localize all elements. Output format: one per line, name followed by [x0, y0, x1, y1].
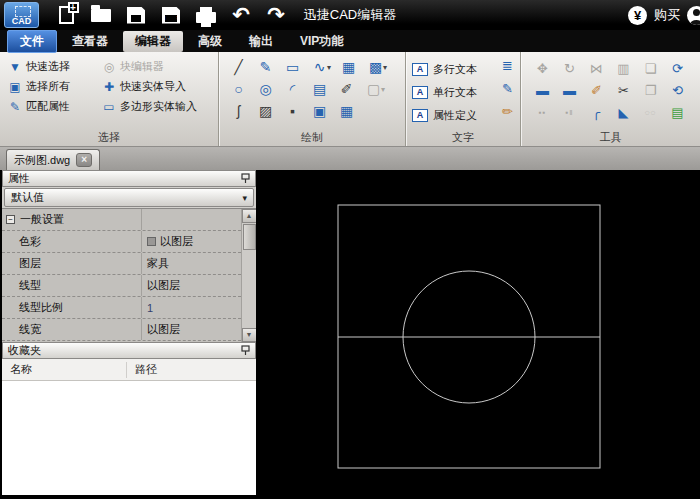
menu-advanced[interactable]: 高级 [186, 31, 234, 52]
property-label: 线型 [19, 278, 41, 293]
point-tool[interactable]: ▪ [279, 101, 306, 121]
quick-entity-import-label: 快速实体导入 [120, 79, 186, 94]
array-tool: ▪▪ [529, 108, 556, 117]
buy-button[interactable]: 购买 [654, 6, 680, 24]
drawing-svg [256, 170, 698, 499]
region-dropdown-icon: ▾ [381, 85, 389, 94]
property-value: 家具 [147, 256, 169, 271]
print-button[interactable] [193, 3, 219, 27]
menu-editor[interactable]: 编辑器 [123, 31, 183, 52]
undo-button[interactable]: ↶ [228, 3, 254, 27]
boundary-dropdown-icon[interactable]: ▾ [383, 63, 391, 72]
block-tool: ▥ [610, 61, 637, 76]
save-pdf-icon: PDF [162, 7, 180, 24]
scroll-down-icon[interactable]: ▼ [242, 328, 257, 342]
paste-tool[interactable]: ⟲ [664, 83, 691, 98]
property-row-color: 色彩 以图层 [2, 231, 241, 253]
ellipse-tool[interactable]: ◎ [252, 79, 279, 99]
polyline-dropdown-icon[interactable]: ▾ [327, 63, 335, 72]
tab-document[interactable]: 示例图.dwg × [6, 149, 100, 170]
table-tool[interactable]: ▦ [333, 101, 360, 121]
save-button[interactable] [123, 3, 149, 27]
ribbon-section-draw: ╱ ✎ ▭ ∿▾ ▦ ▩▾ ○ ◎ ◜ ▤ ✐ ▢▾ ʃ ▨ ▪ ▣ ▦ 绘制 [219, 52, 406, 146]
spline-tool[interactable]: ʃ [225, 101, 252, 121]
select-all-button[interactable]: ▣选择所有 [8, 79, 102, 94]
block-library-tool[interactable]: ▤ [664, 105, 691, 120]
group-tool: ◌◌ [637, 108, 664, 117]
properties-panel-header: 属性 [2, 170, 256, 187]
insert-block-tool[interactable]: ▦ [335, 57, 362, 77]
favorites-name-column[interactable]: 名称 [2, 362, 127, 378]
scroll-thumb[interactable] [243, 224, 256, 250]
section-label-draw: 绘制 [219, 130, 405, 145]
offset-tool: ▪‖ [556, 108, 583, 117]
menu-output[interactable]: 输出 [237, 31, 285, 52]
block-attribute-tool[interactable]: ▤ [306, 79, 333, 99]
pdf-label: PDF [165, 15, 177, 22]
chamfer-tool[interactable]: ◣ [610, 105, 637, 120]
property-value: 1 [147, 302, 153, 314]
viewport-tool[interactable]: ▬ [529, 83, 556, 98]
app-logo-label: CAD [12, 16, 32, 26]
preset-dropdown[interactable]: 默认值 ▾ [4, 188, 254, 207]
print-icon [196, 12, 216, 23]
favorites-path-column[interactable]: 路径 [127, 362, 157, 377]
trim-tool[interactable]: ✂ [610, 83, 637, 98]
freehand-tool[interactable]: ✎ [252, 57, 279, 77]
multiline-text-icon: A [412, 63, 428, 76]
hatch-tool[interactable]: ▨ [252, 101, 279, 121]
menu-vip[interactable]: VIP功能 [288, 31, 355, 52]
section-label-select: 选择 [0, 130, 218, 145]
yen-icon: ¥ [628, 6, 647, 25]
block-editor-icon: ◎ [102, 60, 116, 74]
favorites-list[interactable] [2, 381, 256, 495]
property-label: 线宽 [19, 322, 41, 337]
copy-stack-tool: ❐ [637, 83, 664, 98]
redo-button[interactable]: ↷ [263, 3, 289, 27]
menu-file[interactable]: 文件 [7, 30, 57, 53]
quick-select-button[interactable]: ▼快速选择 [8, 59, 102, 74]
note-edit-tool[interactable]: ✏ [502, 104, 513, 127]
quick-entity-import-button[interactable]: ✚快速实体导入 [102, 79, 218, 94]
save-pdf-button[interactable]: PDF [158, 3, 184, 27]
mirror-tool: ⋈ [583, 61, 610, 76]
arc-tool[interactable]: ◜ [279, 79, 306, 99]
singleline-text-label: 单行文本 [433, 85, 477, 100]
open-folder-icon [91, 9, 111, 22]
line-tool[interactable]: ╱ [225, 57, 252, 77]
property-value: 以图层 [160, 234, 193, 249]
menu-viewer[interactable]: 查看器 [60, 31, 120, 52]
app-logo[interactable]: CAD [4, 2, 39, 28]
titlebar: CAD + PDF ↶ ↷ 迅捷CAD编辑器 ¥ 购买 [0, 0, 700, 30]
new-document-button[interactable]: + [53, 3, 79, 27]
property-label: 线型比例 [19, 300, 63, 315]
pin-icon[interactable] [241, 173, 250, 184]
dimension-text-tool[interactable]: ≣ [502, 58, 513, 81]
save-icon [127, 7, 145, 24]
fillet-tool[interactable]: ╭ [583, 105, 610, 120]
match-properties-button[interactable]: ✎匹配属性 [8, 99, 102, 114]
scroll-up-icon[interactable]: ▲ [242, 209, 257, 223]
edit-text-tool[interactable]: ✎ [502, 81, 513, 104]
drawing-canvas[interactable] [256, 170, 700, 499]
viewport2-tool[interactable]: ▬ [556, 83, 583, 98]
pencil-line-tool[interactable]: ✐ [333, 79, 360, 99]
image-tool[interactable]: ▣ [306, 101, 333, 121]
properties-panel-title: 属性 [8, 171, 30, 186]
attribute-define-label: 属性定义 [433, 108, 477, 123]
erase-tool[interactable]: ✐ [583, 83, 610, 98]
scrollbar[interactable]: ▲ ▼ [241, 209, 256, 342]
copy-with-basepoint-tool[interactable]: ⟳ [664, 61, 691, 76]
tab-close-button[interactable]: × [76, 153, 92, 167]
account-icon[interactable] [687, 6, 700, 25]
match-properties-label: 匹配属性 [26, 99, 70, 114]
property-group-row[interactable]: −一般设置 [2, 209, 241, 231]
rectangle-tool[interactable]: ▭ [279, 57, 306, 77]
color-swatch [147, 237, 156, 246]
document-tabstrip: 示例图.dwg × [0, 147, 700, 170]
circle-tool[interactable]: ○ [225, 79, 252, 99]
open-file-button[interactable] [88, 3, 114, 27]
collapse-icon[interactable]: − [6, 215, 15, 224]
polygon-entity-input-button[interactable]: ▭多边形实体输入 [102, 99, 218, 114]
pin-icon[interactable] [241, 345, 250, 356]
